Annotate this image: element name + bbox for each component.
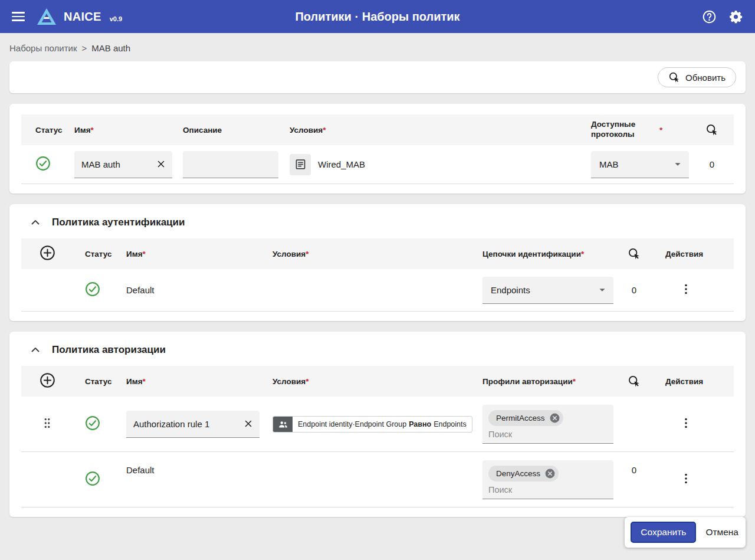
remove-profile-button[interactable] [549,412,560,424]
policy-set-table-header: Статус Имя* Описание Условия* Доступные … [21,114,734,145]
header-conditions: Условия* [290,126,591,135]
remove-profile-button[interactable] [544,468,556,479]
app-bar: NAICE v0.9 Политики · Наборы политик [0,0,755,33]
authentication-table-header: Статус Имя* Условия* Цепочки идентификац… [21,238,734,269]
refresh-button-label: Обновить [685,73,726,83]
condition-attribute: Endpoint identity·Endpoint Group [298,420,406,428]
add-authorization-rule-button[interactable] [40,372,55,388]
identity-store-value: Endpoints [491,285,530,295]
status-enabled-button[interactable] [85,471,100,486]
close-icon [156,159,166,169]
policy-set-description-input[interactable] [190,159,274,169]
row-actions-menu-button[interactable] [680,417,692,430]
clear-name-button[interactable] [242,417,255,430]
app-bar-left: NAICE v0.9 [11,8,122,25]
profile-search-input[interactable] [488,485,608,494]
status-enabled-button[interactable] [35,156,51,171]
status-enabled-button[interactable] [85,415,100,431]
policy-set-name-input[interactable] [81,159,155,169]
chevron-up-icon [28,343,42,357]
authorization-table-header: Статус Имя* Условия* Профили авторизации… [21,366,734,397]
header-protocols: Доступные протоколы * [591,120,695,140]
header-name: Имя* [114,377,261,386]
protocols-select-value: MAB [599,159,619,169]
authentication-rule-row: Default Endpoints 0 [21,269,734,312]
policy-set-condition-cell: Wired_MAB [290,154,591,175]
authorization-policy-card: Политика авторизации Статус Имя* Условия… [9,332,746,517]
authentication-policy-card: Политика аутентификации Статус Имя* Усло… [9,204,746,321]
status-enabled-button[interactable] [85,281,100,297]
hits-value: 0 [632,285,636,295]
footer-actions: Сохранить Отмена [625,517,746,548]
row-actions-menu-button[interactable] [680,283,692,296]
clear-name-button[interactable] [155,158,168,171]
policy-set-card: Статус Имя* Описание Условия* Доступные … [9,104,746,194]
rule-name: Default [126,465,155,475]
header-identity: Цепочки идентификации* [471,250,603,258]
condition-library-button[interactable] [290,154,311,175]
collapse-authentication-button[interactable] [27,214,44,231]
add-authentication-rule-button[interactable] [40,245,55,261]
hits-value: 0 [632,465,636,475]
breadcrumb: Наборы политик > MAB auth [0,33,755,61]
authorization-profiles-field[interactable]: PermitAccess [482,405,613,444]
condition-operator: Равно [409,420,431,428]
drag-handle[interactable] [41,417,54,430]
identity-store-select[interactable]: Endpoints [482,277,613,304]
authorization-section-header: Политика авторизации [21,332,734,366]
chevron-up-icon [28,215,42,230]
help-button[interactable] [701,8,718,25]
profile-search-input[interactable] [488,430,608,439]
endpoint-group-icon [273,417,293,432]
check-circle-icon [35,156,51,171]
authentication-section-header: Политика аутентификации [21,204,734,238]
header-conditions: Условия* [261,377,471,386]
drag-handle-icon [41,417,54,430]
authorization-condition-chip[interactable]: Endpoint identity·Endpoint Group Равно E… [273,416,472,433]
breadcrumb-separator: > [81,43,87,53]
profile-chip-label: PermitAccess [496,414,545,423]
kebab-menu-icon [680,472,692,485]
kebab-menu-icon [680,417,692,430]
header-description: Описание [183,126,290,135]
condition-value: Endpoints [434,420,467,428]
check-circle-icon [85,471,100,486]
profile-chip: PermitAccess [488,410,563,426]
chevron-down-icon [671,158,684,171]
header-profiles: Профили авторизации* [471,377,603,386]
chip-remove-icon [549,412,560,424]
app-bar-actions [701,8,744,25]
kebab-menu-icon [680,283,692,296]
app-title: NAICE [64,10,101,24]
hit-counter-icon [705,123,718,136]
header-hits [695,123,734,136]
gear-icon [728,9,743,24]
rule-name: Default [126,285,155,295]
header-status: Статус [73,250,114,258]
save-button[interactable]: Сохранить [631,522,696,543]
header-actions: Действия [654,250,734,258]
section-title: Политика авторизации [52,344,166,356]
policy-set-description-field[interactable] [183,151,278,178]
authorization-rule-name-field[interactable] [126,411,260,438]
protocols-select[interactable]: MAB [591,151,689,178]
collapse-authorization-button[interactable] [27,342,44,358]
cancel-button[interactable]: Отмена [705,527,738,538]
authorization-rule-name-input[interactable] [133,419,242,429]
refresh-hits-button[interactable]: Обновить [658,67,736,87]
hit-counter-icon [628,247,641,260]
settings-button[interactable] [727,8,744,25]
menu-button[interactable] [11,11,26,22]
header-hits [603,247,654,260]
check-circle-icon [85,281,100,297]
breadcrumb-policy-sets-link[interactable]: Наборы политик [9,43,77,53]
help-icon [702,9,717,24]
plus-circle-icon [40,372,55,388]
header-name: Имя* [114,250,261,258]
condition-value[interactable]: Wired_MAB [318,159,365,169]
authorization-profiles-field[interactable]: DenyAccess [482,460,613,499]
hit-counter-icon [668,71,680,83]
naice-logo-icon [37,8,57,25]
policy-set-name-field[interactable] [74,151,172,178]
row-actions-menu-button[interactable] [680,472,692,485]
